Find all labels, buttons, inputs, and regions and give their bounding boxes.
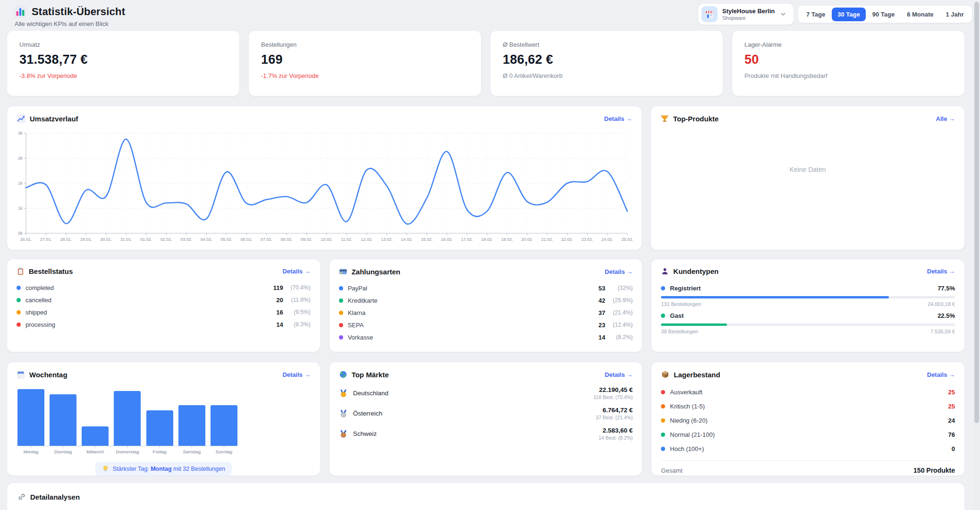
trophy-icon (660, 114, 669, 123)
list-item: shipped16(9.5%) (17, 306, 311, 318)
item-value: 20 (276, 297, 283, 304)
time-range-tabs: 7 Tage30 Tage90 Tage6 Monate1 Jahr (798, 5, 972, 23)
item-label: SEPA (348, 322, 599, 329)
time-range-1-jahr[interactable]: 1 Jahr (940, 8, 969, 21)
customer-type-amount: 24.003,18 € (928, 301, 955, 307)
kpi-label: Bestellungen (261, 41, 469, 48)
item-percent: (8.3%) (286, 321, 311, 328)
item-label: Vorkasse (348, 334, 599, 341)
svg-text:02.02.: 02.02. (161, 237, 172, 242)
zahlungsarten-details-link[interactable]: Details → (605, 268, 633, 275)
bar-label: Donnerstag (114, 446, 141, 454)
svg-text:21.02.: 21.02. (541, 237, 553, 242)
top-maerkte-details-link[interactable]: Details → (605, 371, 633, 378)
bar-label: Samstag (178, 446, 205, 454)
item-value: 119 (273, 284, 283, 291)
top-maerkte-list: Deutschland 22.190,45 € 118 Best. (70.4%… (329, 383, 642, 444)
list-item: Klarna37(21.4%) (339, 306, 633, 319)
item-value: 16 (276, 309, 283, 316)
list-item: completed119(70.4%) (17, 281, 311, 294)
svg-text:12.02.: 12.02. (361, 237, 372, 242)
item-value: 37 (599, 309, 605, 316)
bar-samstag (178, 405, 205, 446)
status-dot (661, 418, 665, 423)
kpi-value: 31.538,77 € (19, 52, 227, 67)
market-amount: 2.583,60 € (599, 427, 633, 434)
market-amount: 6.764,72 € (596, 407, 633, 414)
scrollbar-thumb[interactable] (974, 2, 979, 423)
customer-type-label: Gast (670, 312, 684, 319)
market-orders: 118 Best. (70.4%) (593, 394, 633, 400)
bar-label: Sonntag (211, 446, 237, 454)
kpi-label: Umsatz (19, 41, 227, 48)
status-dot (339, 286, 343, 290)
kpi-value: 186,62 € (503, 52, 710, 67)
item-percent: (25.9%) (608, 297, 633, 304)
item-label: processing (25, 321, 276, 328)
customer-type-orders: 131 Bestellungen (661, 301, 701, 307)
list-item: cancelled20(11.8%) (17, 294, 311, 306)
svg-text:24.02.: 24.02. (601, 237, 613, 242)
wochentag-bar-chart (17, 389, 237, 446)
highlight-suffix: mit 32 Bestellungen (173, 466, 225, 472)
svg-text:29.01.: 29.01. (80, 237, 92, 242)
bar-label: Dienstag (50, 446, 76, 454)
bestellstatus-details-link[interactable]: Details → (282, 268, 310, 275)
item-label: PayPal (348, 285, 599, 292)
bar-montag (17, 389, 44, 446)
page-title: Statistik-Übersicht (32, 6, 125, 18)
svg-text:01.02.: 01.02. (140, 237, 152, 242)
svg-text:15.02.: 15.02. (421, 237, 433, 242)
time-range-30-tage[interactable]: 30 Tage (832, 8, 865, 21)
item-percent: (8.2%) (608, 334, 633, 340)
wochentag-details-link[interactable]: Details → (282, 371, 310, 378)
calendar-icon (17, 370, 25, 379)
item-value: 25 (948, 403, 955, 410)
time-range-7-tage[interactable]: 7 Tage (801, 8, 831, 21)
customer-type-label: Registriert (670, 285, 701, 292)
time-range-90-tage[interactable]: 90 Tage (867, 8, 900, 21)
svg-text:25.02.: 25.02. (621, 237, 633, 242)
store-selector[interactable]: StyleHouse Berlin Shopware (698, 3, 794, 25)
wochentag-bar-labels: MontagDienstagMittwochDonnerstagFreitagS… (17, 446, 237, 454)
kpi-card-umsatz: Umsatz 31.538,77 € -3.8% zur Vorperiode (7, 30, 240, 96)
umsatzverlauf-details-link[interactable]: Details → (604, 115, 632, 122)
status-dot (339, 298, 343, 303)
svg-text:17.02.: 17.02. (461, 237, 473, 242)
status-dot (661, 447, 665, 451)
bar-label: Montag (17, 446, 44, 454)
svg-text:1k: 1k (18, 205, 23, 211)
item-label: Kreditkarte (348, 297, 599, 304)
svg-text:05.02.: 05.02. (220, 237, 232, 242)
kpi-card-bestellungen: Bestellungen 169 -1.7% zur Vorperiode (248, 30, 482, 96)
item-label: shipped (25, 309, 276, 316)
list-item: Hoch (100+)0 (661, 442, 955, 456)
svg-text:1k: 1k (18, 180, 23, 186)
wochentag-card: Wochentag Details → MontagDienstagMittwo… (7, 362, 321, 476)
time-range-6-monate[interactable]: 6 Monate (901, 8, 939, 21)
svg-text:0k: 0k (18, 230, 23, 236)
list-item: Vorkasse14(8.2%) (339, 331, 633, 343)
item-label: Normal (21-100) (670, 431, 948, 438)
market-name: Deutschland (353, 390, 389, 397)
customer-type-group: Registriert 77.5% 131 Bestellungen 24.00… (651, 285, 964, 307)
svg-text:19.02.: 19.02. (501, 237, 513, 242)
item-percent: (12.4%) (608, 322, 633, 328)
card-title: Zahlungsarten (352, 268, 400, 276)
top-produkte-alle-link[interactable]: Alle → (936, 115, 955, 122)
market-orders: 14 Best. (8.2%) (599, 435, 633, 441)
kundentypen-details-link[interactable]: Details → (927, 268, 955, 275)
kpi-value: 50 (744, 52, 952, 67)
detailanalysen-card: Detailanalysen (7, 483, 965, 510)
strongest-day-note: Stärkster Tag: Montag mit 32 Bestellunge… (95, 462, 232, 476)
svg-text:18.02.: 18.02. (481, 237, 493, 242)
lagerbestand-details-link[interactable]: Details → (927, 371, 955, 378)
status-dot (661, 433, 665, 437)
kpi-sub: Produkte mit Handlungsbedarf (744, 72, 952, 79)
card-title: Wochentag (29, 371, 68, 379)
bar-mittwoch (82, 426, 109, 446)
store-platform: Shopware (722, 15, 775, 21)
globe-icon (339, 370, 347, 379)
svg-text:2k: 2k (18, 155, 23, 161)
gesamt-value: 150 Produkte (913, 467, 955, 474)
